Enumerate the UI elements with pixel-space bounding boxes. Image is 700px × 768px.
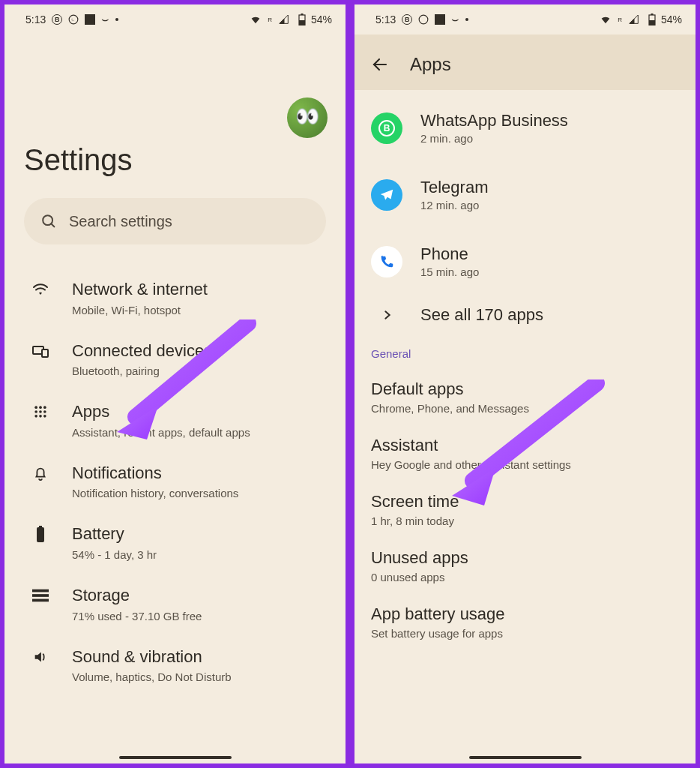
status-time: 5:13 bbox=[25, 14, 46, 26]
search-icon bbox=[40, 213, 57, 230]
apps-header: Apps bbox=[354, 34, 696, 90]
more-dot-icon bbox=[465, 18, 468, 21]
item-title: Sound & vibration bbox=[72, 646, 322, 668]
svg-rect-7 bbox=[42, 350, 48, 357]
item-title: App battery usage bbox=[371, 604, 681, 624]
svg-rect-17 bbox=[39, 526, 42, 527]
signal-icon bbox=[278, 14, 290, 26]
settings-item-connected[interactable]: Connected devices Bluetooth, pairing bbox=[4, 328, 340, 390]
profile-avatar[interactable] bbox=[287, 98, 328, 138]
see-all-apps[interactable]: See all 170 apps bbox=[354, 295, 696, 341]
item-sub: Hey Google and other Assistant settings bbox=[371, 458, 681, 471]
status-time: 5:13 bbox=[375, 14, 396, 26]
item-title: Unused apps bbox=[371, 548, 681, 568]
item-title: Connected devices bbox=[72, 340, 322, 362]
network-r-label: R bbox=[268, 16, 272, 23]
app-sub: 2 min. ago bbox=[420, 132, 568, 145]
settings-list: Network & internet Mobile, Wi-Fi, hotspo… bbox=[4, 267, 346, 695]
item-sub: 54% - 1 day, 3 hr bbox=[72, 548, 322, 561]
phone-icon bbox=[371, 246, 402, 278]
settings-item-notifications[interactable]: Notifications Notification history, conv… bbox=[4, 451, 340, 512]
item-screen-time[interactable]: Screen time 1 hr, 8 min today bbox=[354, 482, 696, 538]
status-bar: 5:13 B ⌣ R 54% bbox=[354, 4, 696, 34]
recent-app-phone[interactable]: Phone 15 min. ago bbox=[354, 228, 696, 295]
battery-icon bbox=[296, 14, 308, 26]
wifi-icon bbox=[250, 14, 262, 26]
svg-point-13 bbox=[43, 410, 46, 413]
section-general: General bbox=[354, 341, 696, 369]
svg-point-0 bbox=[69, 15, 78, 24]
chevron-right-icon bbox=[381, 309, 393, 321]
battery-percent: 54% bbox=[311, 14, 332, 26]
item-sub: Assistant, recent apps, default apps bbox=[72, 426, 322, 439]
search-input[interactable]: Search settings bbox=[24, 198, 326, 244]
item-title: Network & internet bbox=[72, 279, 322, 301]
svg-text:B: B bbox=[384, 123, 390, 134]
item-unused-apps[interactable]: Unused apps 0 unused apps bbox=[354, 538, 696, 594]
svg-point-15 bbox=[39, 415, 42, 418]
svg-point-8 bbox=[34, 406, 37, 410]
settings-item-network[interactable]: Network & internet Mobile, Wi-Fi, hotspo… bbox=[4, 267, 340, 328]
svg-point-10 bbox=[43, 406, 46, 410]
tilde-icon: ⌣ bbox=[101, 14, 109, 25]
item-sub: Notification history, conversations bbox=[72, 487, 322, 500]
item-battery-usage[interactable]: App battery usage Set battery usage for … bbox=[354, 594, 696, 650]
signal-icon bbox=[628, 14, 640, 26]
svg-point-9 bbox=[39, 406, 42, 410]
settings-screen: 5:13 B ⌣ R 54% Settings Search settings bbox=[2, 2, 348, 766]
svg-rect-21 bbox=[32, 599, 49, 602]
search-placeholder: Search settings bbox=[69, 213, 172, 230]
item-assistant[interactable]: Assistant Hey Google and other Assistant… bbox=[354, 425, 696, 482]
settings-item-battery[interactable]: Battery 54% - 1 day, 3 hr bbox=[4, 512, 340, 573]
item-title: Default apps bbox=[371, 380, 681, 399]
whatsapp-business-icon: B bbox=[371, 112, 402, 144]
recent-app-telegram[interactable]: Telegram 12 min. ago bbox=[354, 161, 696, 228]
item-sub: Mobile, Wi-Fi, hotspot bbox=[72, 304, 322, 316]
see-all-label: See all 170 apps bbox=[420, 305, 543, 325]
more-dot-icon bbox=[115, 18, 118, 21]
svg-point-11 bbox=[34, 410, 37, 413]
storage-icon bbox=[31, 585, 49, 603]
square-icon bbox=[435, 14, 445, 25]
item-title: Storage bbox=[72, 585, 322, 607]
back-button[interactable] bbox=[371, 56, 389, 74]
apps-screen: 5:13 B ⌣ R 54% Apps B bbox=[352, 2, 698, 766]
settings-item-storage[interactable]: Storage 71% used - 37.10 GB free bbox=[4, 573, 340, 634]
apps-grid-icon bbox=[31, 401, 49, 419]
svg-point-16 bbox=[43, 415, 46, 418]
square-icon bbox=[85, 14, 95, 25]
svg-rect-18 bbox=[37, 527, 44, 542]
svg-rect-25 bbox=[649, 20, 655, 26]
battery-icon bbox=[646, 14, 658, 26]
app-sub: 12 min. ago bbox=[420, 199, 488, 212]
bell-icon bbox=[31, 463, 49, 481]
status-bar: 5:13 B ⌣ R 54% bbox=[4, 4, 346, 34]
settings-item-sound[interactable]: Sound & vibration Volume, haptics, Do No… bbox=[4, 634, 340, 696]
item-title: Battery bbox=[72, 524, 322, 545]
battery-icon bbox=[31, 524, 49, 542]
wifi-icon bbox=[600, 14, 612, 26]
item-sub: 71% used - 37.10 GB free bbox=[72, 610, 322, 622]
tilde-icon: ⌣ bbox=[451, 14, 459, 25]
gesture-bar[interactable] bbox=[119, 756, 232, 759]
settings-item-apps[interactable]: Apps Assistant, recent apps, default app… bbox=[4, 389, 340, 451]
svg-rect-19 bbox=[32, 590, 49, 592]
item-sub: Set battery usage for apps bbox=[371, 627, 681, 640]
svg-rect-3 bbox=[299, 20, 305, 26]
wifi-icon bbox=[31, 279, 49, 297]
item-default-apps[interactable]: Default apps Chrome, Phone, and Messages bbox=[354, 369, 696, 425]
volume-icon bbox=[31, 646, 49, 664]
item-title: Notifications bbox=[72, 463, 322, 484]
battery-percent: 54% bbox=[661, 14, 682, 26]
circled-b-icon: B bbox=[52, 14, 62, 25]
whatsapp-status-icon bbox=[418, 14, 429, 25]
recent-app-whatsapp[interactable]: B WhatsApp Business 2 min. ago bbox=[354, 94, 696, 161]
app-name: WhatsApp Business bbox=[420, 111, 568, 130]
item-sub: 1 hr, 8 min today bbox=[371, 514, 681, 527]
network-r-label: R bbox=[618, 16, 622, 23]
app-name: Telegram bbox=[420, 178, 488, 197]
svg-line-5 bbox=[51, 224, 54, 226]
gesture-bar[interactable] bbox=[469, 756, 582, 759]
item-title: Screen time bbox=[371, 492, 681, 512]
svg-rect-20 bbox=[32, 594, 49, 597]
